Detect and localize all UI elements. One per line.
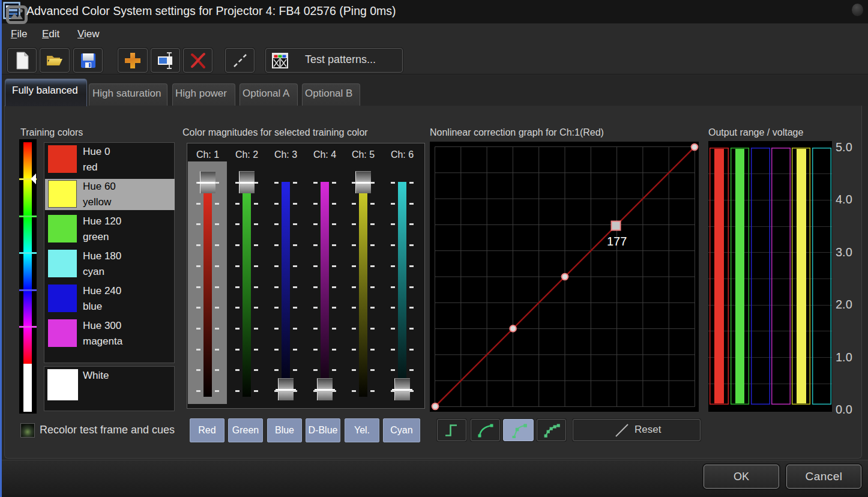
svg-text:177: 177 xyxy=(607,235,627,248)
